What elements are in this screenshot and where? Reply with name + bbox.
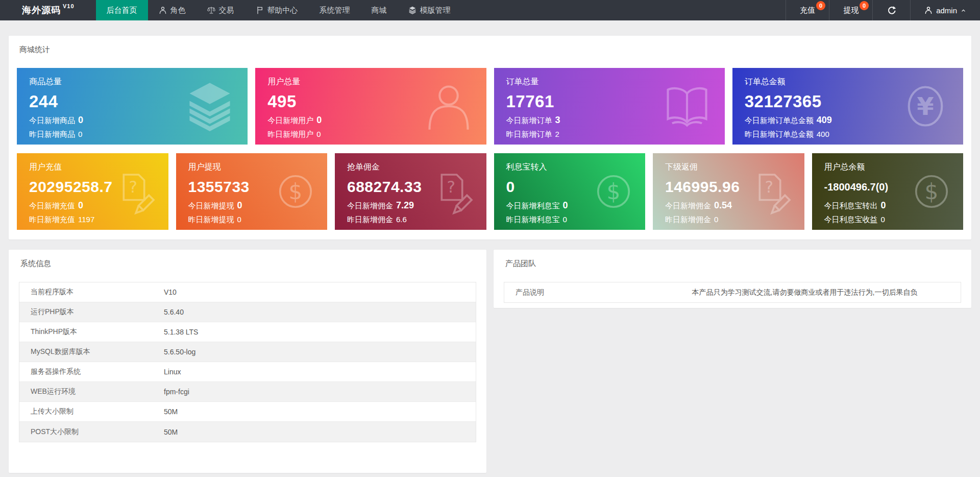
file-question-pencil-icon <box>432 168 477 215</box>
stat-card-yesterday: 今日利息宝收益0 <box>824 215 964 225</box>
dollar-icon <box>909 168 954 215</box>
stat-card-user-balance: 用户总余额 -1800496.7(0) 今日利息宝转出0 今日利息宝收益0 <box>812 153 964 230</box>
product-table: 产品说明 本产品只为学习测试交流,请勿要做商业或者用于违法行为,一切后果自负 <box>504 282 961 303</box>
dollar-icon <box>591 168 636 215</box>
nav-item-label: 角色 <box>170 6 186 15</box>
table-row: 产品说明 本产品只为学习测试交流,请勿要做商业或者用于违法行为,一切后果自负 <box>504 282 961 302</box>
flag-icon <box>256 6 264 14</box>
panel-title: 商城统计 <box>19 45 963 55</box>
nav-item-label: 系统管理 <box>320 6 350 15</box>
system-info-table: 当前程序版本 V10 运行PHP版本 5.6.40 ThinkPHP版本 5.1… <box>19 282 476 442</box>
stat-card-orders-total: 订单总量 17761 今日新增订单3 昨日新增订单2 <box>494 68 725 145</box>
stat-card-interest-in: 利息宝转入 0 今日新增利息宝0 昨日新增利息宝0 <box>494 153 646 230</box>
stat-card-yesterday: 昨日新增佣金6.6 <box>347 215 486 225</box>
nav-item-system-mgmt[interactable]: 系统管理 <box>309 0 361 20</box>
person-icon <box>423 80 474 133</box>
nav-item-label: 模版管理 <box>420 6 451 15</box>
app-version: V10 <box>63 3 75 9</box>
stat-card-products-total: 商品总量 244 今日新增商品0 昨日新增商品0 <box>17 68 248 145</box>
caret-up-icon <box>961 8 966 13</box>
nav-item-label: 交易 <box>219 6 234 15</box>
file-question-pencil-icon <box>750 168 795 215</box>
recharge-button[interactable]: 充值 0 <box>786 0 829 20</box>
book-icon <box>662 80 713 133</box>
withdraw-badge: 0 <box>860 1 869 10</box>
nav-item-home[interactable]: 后台首页 <box>96 0 148 20</box>
refresh-button[interactable] <box>872 0 910 20</box>
stats-row-1: 商品总量 244 今日新增商品0 昨日新增商品0 用户总量 495 今日新增用户… <box>17 68 963 145</box>
recharge-badge: 0 <box>816 1 825 10</box>
withdraw-button[interactable]: 提现 0 <box>829 0 872 20</box>
table-row: WEB运行环境 fpm-fcgi <box>19 382 476 402</box>
layers-icon <box>408 6 416 14</box>
app-logo-text: 海外源码 <box>22 4 61 16</box>
main-content: 商城统计 商品总量 244 今日新增商品0 昨日新增商品0 用户总量 495 今… <box>0 20 980 473</box>
stat-card-yesterday: 昨日新增利息宝0 <box>506 215 646 225</box>
nav-item-help-center[interactable]: 帮助中心 <box>245 0 309 20</box>
stat-card-yesterday: 昨日新增提现0 <box>188 215 328 225</box>
bottom-section: 系统信息 当前程序版本 V10 运行PHP版本 5.6.40 ThinkPHP版… <box>9 250 971 473</box>
scales-icon <box>207 6 215 14</box>
username: admin <box>936 6 957 15</box>
nav-item-mall[interactable]: 商城 <box>361 0 398 20</box>
stat-card-user-recharge: 用户充值 20295258.7 今日新增充值0 昨日新增充值1197 <box>17 153 168 230</box>
table-row: 服务器操作系统 Linux <box>19 362 476 382</box>
mall-stats-panel: 商城统计 商品总量 244 今日新增商品0 昨日新增商品0 用户总量 495 今… <box>9 36 971 240</box>
stats-row-2: 用户充值 20295258.7 今日新增充值0 昨日新增充值1197 用户提现 … <box>17 153 963 230</box>
panel-title: 系统信息 <box>20 259 476 269</box>
stat-card-sub-rebate: 下级返佣 146995.96 今日新增佣金0.54 昨日新增佣金0 <box>653 153 804 230</box>
table-row: MySQL数据库版本 5.6.50-log <box>19 342 476 362</box>
top-navbar: 海外源码V10 后台首页 角色 交易 帮助中心 系统管理 商城 模版管理 <box>0 0 980 20</box>
stat-card-users-total: 用户总量 495 今日新增用户0 昨日新增用户0 <box>255 68 486 145</box>
stat-card-grab-commission: 抢单佣金 688274.33 今日新增佣金7.29 昨日新增佣金6.6 <box>335 153 486 230</box>
yen-icon <box>900 80 951 133</box>
product-team-panel: 产品团队 产品说明 本产品只为学习测试交流,请勿要做商业或者用于违法行为,一切后… <box>494 250 971 308</box>
stat-card-user-withdraw: 用户提现 1355733 今日新增提现0 昨日新增提现0 <box>176 153 328 230</box>
nav-item-label: 帮助中心 <box>267 6 298 15</box>
table-row: 上传大小限制 50M <box>19 402 476 422</box>
dollar-icon <box>273 168 318 215</box>
table-row: 运行PHP版本 5.6.40 <box>19 302 476 322</box>
app-logo: 海外源码V10 <box>0 0 96 20</box>
table-row: POST大小限制 50M <box>19 422 476 442</box>
refresh-icon <box>887 6 896 15</box>
nav-item-trade[interactable]: 交易 <box>197 0 245 20</box>
stat-card-yesterday: 昨日新增佣金0 <box>665 215 804 225</box>
nav-item-roles[interactable]: 角色 <box>148 0 197 20</box>
recharge-label: 充值 <box>800 6 815 15</box>
user-menu[interactable]: admin <box>910 0 980 20</box>
nav-item-template-mgmt[interactable]: 模版管理 <box>398 0 461 20</box>
stat-card-order-amount: 订单总金额 32127365 今日新增订单总金额409 昨日新增订单总金额400 <box>732 68 963 145</box>
table-row: ThinkPHP版本 5.1.38 LTS <box>19 322 476 342</box>
nav-item-label: 商城 <box>372 6 387 15</box>
system-info-panel: 系统信息 当前程序版本 V10 运行PHP版本 5.6.40 ThinkPHP版… <box>9 250 486 473</box>
navbar-right: 充值 0 提现 0 admin <box>786 0 980 20</box>
stat-card-yesterday: 昨日新增充值1197 <box>29 215 168 225</box>
user-icon <box>924 6 933 14</box>
file-question-pencil-icon <box>114 168 159 215</box>
panel-title: 产品团队 <box>505 259 961 269</box>
main-menu: 后台首页 角色 交易 帮助中心 系统管理 商城 模版管理 <box>96 0 461 20</box>
user-icon <box>159 6 167 14</box>
withdraw-label: 提现 <box>843 6 859 15</box>
nav-item-label: 后台首页 <box>107 6 137 15</box>
table-row: 当前程序版本 V10 <box>19 282 476 302</box>
layers-icon <box>184 80 235 133</box>
